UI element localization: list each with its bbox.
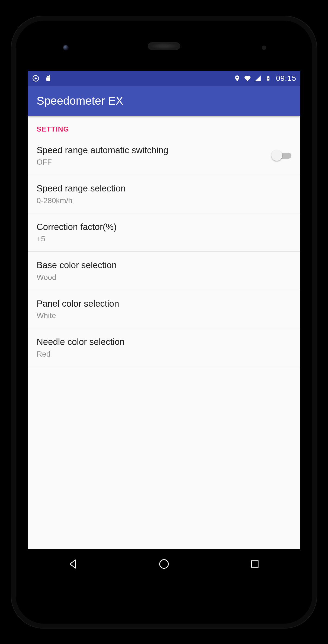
setting-title: Base color selection bbox=[37, 259, 291, 271]
android-icon bbox=[44, 74, 52, 82]
setting-speed-range-selection[interactable]: Speed range selection 0-280km/h bbox=[28, 175, 300, 213]
setting-row-empty bbox=[28, 367, 300, 399]
setting-value: Wood bbox=[37, 273, 291, 282]
svg-point-6 bbox=[236, 76, 238, 78]
phone-frame: 09:15 Speedometer EX SETTING Speed range… bbox=[11, 16, 317, 629]
location-icon bbox=[233, 74, 241, 82]
svg-line-4 bbox=[47, 75, 47, 76]
setting-value: +5 bbox=[37, 235, 291, 243]
front-camera bbox=[63, 45, 69, 50]
back-icon bbox=[67, 558, 79, 570]
svg-point-9 bbox=[160, 560, 168, 568]
earpiece bbox=[148, 42, 180, 50]
section-header: SETTING bbox=[28, 116, 300, 137]
sync-icon bbox=[32, 74, 40, 82]
wifi-icon bbox=[243, 74, 252, 82]
screen: 09:15 Speedometer EX SETTING Speed range… bbox=[28, 71, 300, 579]
cell-icon bbox=[254, 74, 262, 82]
home-icon bbox=[157, 558, 171, 571]
svg-rect-8 bbox=[268, 76, 268, 76]
navigation-bar bbox=[28, 549, 300, 579]
nav-recent-button[interactable] bbox=[247, 556, 263, 572]
setting-base-color[interactable]: Base color selection Wood bbox=[28, 252, 300, 290]
svg-rect-10 bbox=[251, 560, 258, 567]
setting-title: Correction factor(%) bbox=[37, 221, 291, 233]
setting-title: Needle color selection bbox=[37, 336, 291, 348]
status-bar: 09:15 bbox=[28, 71, 300, 86]
setting-title: Speed range automatic switching bbox=[37, 144, 271, 156]
setting-correction-factor[interactable]: Correction factor(%) +5 bbox=[28, 213, 300, 252]
nav-home-button[interactable] bbox=[156, 556, 172, 572]
setting-value: 0-280km/h bbox=[37, 196, 291, 205]
setting-title: Speed range selection bbox=[37, 182, 291, 195]
recent-icon bbox=[249, 558, 261, 570]
svg-rect-1 bbox=[46, 77, 50, 81]
setting-value: White bbox=[37, 311, 291, 320]
setting-needle-color[interactable]: Needle color selection Red bbox=[28, 328, 300, 367]
status-time: 09:15 bbox=[276, 74, 296, 83]
switch-auto-range[interactable] bbox=[271, 150, 291, 161]
setting-speed-range-auto[interactable]: Speed range automatic switching OFF bbox=[28, 137, 300, 175]
setting-title: Panel color selection bbox=[37, 298, 291, 310]
settings-list[interactable]: SETTING Speed range automatic switching … bbox=[28, 116, 300, 399]
setting-value: Red bbox=[37, 350, 291, 358]
setting-value: OFF bbox=[37, 158, 271, 166]
setting-panel-color[interactable]: Panel color selection White bbox=[28, 290, 300, 329]
svg-line-5 bbox=[49, 75, 50, 76]
proximity-sensor bbox=[262, 46, 266, 50]
battery-charging-icon bbox=[264, 74, 272, 82]
app-title: Speedometer EX bbox=[37, 94, 123, 107]
app-bar: Speedometer EX bbox=[28, 86, 300, 116]
nav-back-button[interactable] bbox=[65, 556, 81, 572]
